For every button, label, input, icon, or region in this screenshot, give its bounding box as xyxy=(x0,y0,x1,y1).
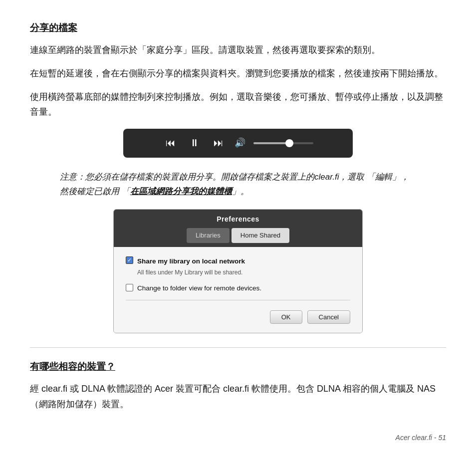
tab-home-shared[interactable]: Home Shared xyxy=(232,228,289,242)
pref-share-main: Share my library on local network xyxy=(137,256,350,267)
volume-icon: 🔊 xyxy=(235,136,245,151)
page-footer: Acer clear.fi - 51 xyxy=(30,432,446,444)
volume-fill xyxy=(253,142,289,144)
pref-row-1-label: Share my library on local network All fi… xyxy=(137,256,350,278)
note-end: 」。 xyxy=(232,187,249,196)
media-control-bar: ⏮ ⏸ ⏭ 🔊 xyxy=(123,129,353,158)
pref-titlebar: Preferences xyxy=(114,210,362,228)
checkbox-share-checked[interactable]: ✓ xyxy=(126,256,133,264)
section-separator xyxy=(30,347,446,348)
paragraph-4: 經 clear.fi 或 DLNA 軟體認證的 Acer 裝置可配合 clear… xyxy=(30,381,446,412)
pref-folder-label: Change to folder view for remote devices… xyxy=(137,283,350,294)
preferences-dialog: Preferences Libraries Home Shared ✓ Shar… xyxy=(113,209,363,333)
volume-knob[interactable] xyxy=(285,139,293,147)
section2-title: 有哪些相容的裝置？ xyxy=(30,359,115,374)
tab-libraries[interactable]: Libraries xyxy=(187,228,230,242)
paragraph-2: 在短暫的延遲後，會在右側顯示分享的檔案與資料夾。瀏覽到您要播放的檔案，然後連按兩… xyxy=(30,66,446,81)
pref-row-2-label: Change to folder view for remote devices… xyxy=(137,283,350,294)
pref-tabs: Libraries Home Shared xyxy=(114,228,362,246)
note-line1: 注意：您必須在儲存檔案的裝置啟用分享。開啟儲存檔案之裝置上的 xyxy=(60,172,314,182)
pref-divider xyxy=(126,300,350,300)
prev-button[interactable]: ⏮ xyxy=(163,135,179,151)
note-highlight: 在區域網路分享我的媒體櫃 xyxy=(130,187,232,196)
ok-button[interactable]: OK xyxy=(270,310,302,324)
checkbox-folder-unchecked[interactable] xyxy=(126,284,133,291)
volume-slider[interactable] xyxy=(253,142,313,144)
section1-title: 分享的檔案 xyxy=(30,20,77,35)
pref-buttons: OK Cancel xyxy=(126,306,350,326)
pref-row-1: ✓ Share my library on local network All … xyxy=(126,256,350,278)
pref-body: ✓ Share my library on local network All … xyxy=(114,247,362,333)
pref-row-2: Change to folder view for remote devices… xyxy=(126,283,350,294)
pause-button[interactable]: ⏸ xyxy=(187,135,203,151)
note-brand: clear.fi xyxy=(314,172,339,182)
pref-share-sub: All files under My Library will be share… xyxy=(137,268,350,278)
next-button[interactable]: ⏭ xyxy=(211,135,227,151)
paragraph-1: 連線至網路的裝置會顯示於「家庭分享」區段。請選取裝置，然後再選取要探索的類別。 xyxy=(30,42,446,58)
paragraph-3: 使用橫跨螢幕底部的媒體控制列來控制播放。例如，選取音樂後，您可播放、暫停或停止播… xyxy=(30,89,446,120)
note-block: 注意：您必須在儲存檔案的裝置啟用分享。開啟儲存檔案之裝置上的clear.fi，選… xyxy=(60,170,416,200)
cancel-button[interactable]: Cancel xyxy=(307,310,350,324)
